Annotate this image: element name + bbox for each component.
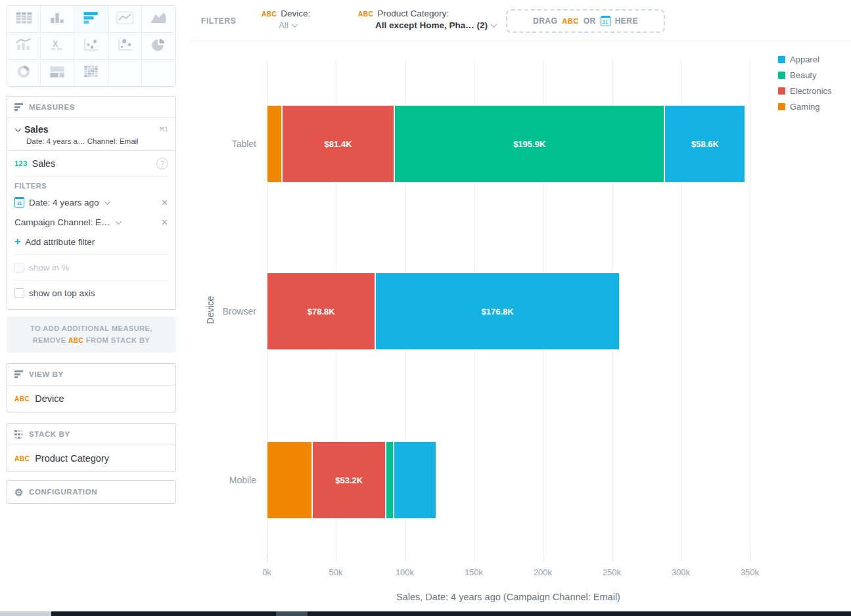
measure-filter-row[interactable]: 31Date: 4 years ago✕ <box>14 192 168 212</box>
add-measure-note: TO ADD ADDITIONAL MEASURE, REMOVE ABC FR… <box>7 317 176 353</box>
numeric-tag-icon: 123 <box>14 160 28 167</box>
drop-zone-text: OR <box>584 16 596 26</box>
picker-bar-chart[interactable] <box>74 6 108 33</box>
measure-item-sales[interactable]: Sales M1 Date: 4 years a… Channel: Email <box>7 118 175 151</box>
bar-segment-electronics[interactable]: $53.2K <box>312 441 386 519</box>
show-in-percent-label: show in % <box>29 263 70 273</box>
measure-definition-row[interactable]: 123 Sales ? <box>14 154 168 173</box>
chevron-down-icon[interactable] <box>491 21 497 28</box>
category-label: Mobile <box>193 475 256 485</box>
bar-segment-apparel[interactable]: $58.6K <box>664 105 745 183</box>
chevron-down-icon[interactable] <box>104 198 110 205</box>
remove-filter-icon[interactable]: ✕ <box>161 218 168 227</box>
legend-item-electronics[interactable]: Electronics <box>778 86 832 96</box>
measures-title: MEASURES <box>29 103 75 111</box>
bar-segment-gaming[interactable] <box>267 441 312 519</box>
picker-combo-chart[interactable] <box>7 33 41 60</box>
bar-chart-icon <box>14 370 24 378</box>
divider <box>14 280 168 280</box>
bar-value-label: $81.4K <box>325 139 352 149</box>
add-attribute-filter-button[interactable]: + Add attribute filter <box>14 232 168 252</box>
view-by-title: VIEW BY <box>29 370 64 378</box>
heatmap-icon <box>81 64 101 82</box>
bubble-chart-icon <box>115 37 135 55</box>
gear-icon: ⚙ <box>14 487 24 497</box>
picker-line-chart[interactable] <box>108 6 142 33</box>
legend-item-apparel[interactable]: Apparel <box>778 55 819 64</box>
filter-device[interactable]: ABCDevice:All <box>262 9 310 30</box>
filter-bar: FILTERS ABCDevice:AllABCProduct Category… <box>191 0 851 41</box>
filter-bar-label: FILTERS <box>201 16 236 26</box>
bar-value-label: $53.2K <box>335 475 363 485</box>
legend-label: Beauty <box>790 70 816 80</box>
category-label: Browser <box>193 306 256 317</box>
x-axis-tick-label: 100k <box>385 567 425 577</box>
axis-tick <box>405 555 405 561</box>
picker-pie-chart[interactable] <box>142 33 175 60</box>
treemap-icon <box>47 64 67 82</box>
bar-value-label: $58.6K <box>691 139 719 149</box>
legend-item-beauty[interactable]: Beauty <box>778 70 816 80</box>
bar-segment-beauty[interactable]: $195.9K <box>394 105 664 183</box>
x-axis-tick-label: 50k <box>316 567 356 577</box>
legend-item-gaming[interactable]: Gaming <box>778 102 820 112</box>
bar-segment-gaming[interactable] <box>267 105 282 183</box>
donut-chart-icon <box>14 64 34 82</box>
measure-filter-row[interactable]: Campaign Channel: E…✕ <box>14 212 168 232</box>
configuration-title: CONFIGURATION <box>29 488 97 496</box>
x-axis-tick-label: 350k <box>730 567 770 577</box>
bar-segment-electronics[interactable]: $81.4K <box>282 105 394 183</box>
stacked-bar-chart: 0k50k100k150k200k250k300k350kTablet$81.4… <box>191 41 851 611</box>
picker-table[interactable] <box>7 6 41 33</box>
chevron-down-icon[interactable] <box>115 218 122 225</box>
show-on-top-axis-checkbox[interactable] <box>14 288 24 298</box>
stack-by-item-product-category[interactable]: ABC Product Category <box>7 445 175 472</box>
window-edge <box>51 611 851 616</box>
combo-chart-icon <box>14 37 34 55</box>
area-chart-icon <box>149 10 168 28</box>
picker-donut-chart[interactable] <box>7 60 41 86</box>
picker-column-chart[interactable] <box>41 6 74 33</box>
view-by-item-device[interactable]: ABC Device <box>7 385 175 412</box>
chevron-down-icon[interactable] <box>292 21 298 28</box>
drop-zone-text: DRAG <box>533 16 557 26</box>
configuration-panel[interactable]: ⚙ CONFIGURATION <box>7 480 176 504</box>
filter-product-category[interactable]: ABCProduct Category:All except Home, Pha… <box>358 9 496 30</box>
show-on-top-axis-row[interactable]: show on top axis <box>14 283 168 303</box>
bar-value-label: $176.8K <box>482 307 514 317</box>
remove-filter-icon[interactable]: ✕ <box>161 198 168 207</box>
bar-value-label: $195.9K <box>513 139 545 149</box>
help-icon[interactable]: ? <box>156 158 168 169</box>
bar-segment-apparel[interactable] <box>394 441 436 519</box>
drop-zone-text: HERE <box>615 16 638 26</box>
picker-heatmap[interactable] <box>74 60 108 86</box>
bar-segment-beauty[interactable] <box>386 441 394 519</box>
picker-headline[interactable]: X <box>41 33 74 60</box>
measure-filter-label: Campaign Channel: E… <box>14 217 110 227</box>
x-axis-tick-label: 200k <box>523 567 563 577</box>
stack-by-item-label: Product Category <box>35 453 109 464</box>
view-by-item-label: Device <box>35 393 64 404</box>
legend-swatch <box>778 56 785 63</box>
picker-area-chart[interactable] <box>142 6 175 33</box>
show-in-percent-row: show in % <box>14 257 168 277</box>
scatter-plot-icon <box>81 37 101 55</box>
stack-grid-icon <box>14 430 24 439</box>
divider <box>14 254 168 255</box>
picker-scatter-plot[interactable] <box>74 33 108 60</box>
bar-segment-electronics[interactable]: $78.8K <box>267 273 375 350</box>
picker-bubble-chart[interactable] <box>108 33 142 60</box>
filter-name: Product Category: <box>377 9 449 18</box>
show-on-top-axis-label: show on top axis <box>29 288 95 298</box>
x-axis-tick-label: 0k <box>247 567 287 577</box>
table-icon <box>14 10 34 28</box>
filter-drop-zone[interactable]: DRAG ABC OR 31 HERE <box>506 9 665 33</box>
calendar-icon: 31 <box>601 16 610 26</box>
axis-tick <box>681 555 681 561</box>
picker-treemap[interactable] <box>41 60 74 86</box>
bar-segment-apparel[interactable]: $176.8K <box>375 273 619 350</box>
configuration-header[interactable]: ⚙ CONFIGURATION <box>7 481 175 503</box>
bar-chart-icon <box>14 103 24 111</box>
chevron-down-icon[interactable] <box>15 125 22 132</box>
measure-title: Sales <box>24 124 156 135</box>
